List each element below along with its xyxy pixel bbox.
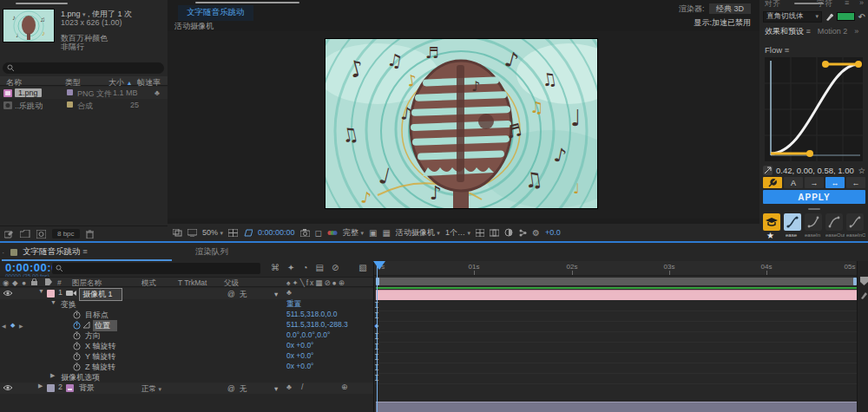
exposure-value[interactable]: +0.0 [545, 228, 561, 237]
background-layer-bar[interactable] [376, 402, 865, 412]
label-color-swatch[interactable] [67, 89, 73, 95]
panel-menu-icon[interactable]: ≡ [82, 246, 88, 256]
favorite-star-icon[interactable]: ☆ [858, 166, 865, 175]
motion-blur-icon[interactable]: ⊘ [332, 263, 339, 272]
row-name[interactable]: 1.png [15, 88, 42, 97]
expand-icon[interactable]: ▼ [38, 288, 44, 294]
tab-overflow-icon[interactable]: » [854, 27, 858, 36]
always-preview-icon[interactable] [173, 229, 182, 237]
bezier-values[interactable]: 0.42, 0.00, 0.58, 1.00 [776, 166, 854, 175]
interpret-footage-icon[interactable]: ♣ [155, 88, 160, 97]
show-snapshot-icon[interactable]: ◻ [315, 228, 322, 238]
flow-ease-out-button[interactable]: → [805, 177, 824, 188]
camera-layer-bar[interactable] [376, 290, 865, 300]
footage-thumbnail[interactable]: ♪ ♫ ♩ ♪ [3, 9, 55, 43]
expand-icon[interactable]: ▶ [38, 383, 43, 389]
preset-ease-out[interactable] [825, 213, 843, 231]
blend-mode-select[interactable]: 正常 ▾ [141, 384, 161, 395]
delete-icon[interactable] [86, 230, 94, 239]
panel-grip[interactable] [16, 3, 68, 4]
favorites-filter-icon[interactable]: ★ [766, 231, 774, 240]
project-search-input[interactable] [3, 62, 164, 74]
stopwatch-icon[interactable] [73, 342, 81, 350]
graph-editor-icon[interactable]: ▧ [358, 263, 366, 272]
interpret-footage-button[interactable] [4, 230, 14, 239]
expand-icon[interactable]: ▶ [50, 372, 55, 379]
panel-menu-icon[interactable]: ≡ [785, 45, 790, 55]
keyframe-next-icon[interactable]: ▶ [19, 323, 23, 329]
eye-icon[interactable] [3, 384, 13, 391]
layer-label-swatch[interactable] [47, 290, 55, 298]
fill-color-swatch[interactable] [837, 12, 855, 21]
tab-timeline-comp[interactable]: 文字随音乐跳动 ≡ [23, 246, 88, 258]
project-row-png[interactable]: 1.png PNG 文件 1.1 MB ♣ [0, 87, 168, 99]
panel-close-icon[interactable]: · [2, 248, 4, 258]
property-value[interactable]: 511.5,318.0,0.0 [286, 310, 337, 318]
tab-character[interactable]: 字符 [817, 0, 832, 8]
layer-label-swatch[interactable] [47, 384, 55, 392]
motion-blur-switch-icon[interactable]: ⊕ [341, 383, 348, 391]
current-time-button[interactable]: 0:00:00:00 [258, 228, 295, 237]
project-row-comp[interactable]: ..乐跳动 合成 25 [0, 99, 168, 111]
tab-align[interactable]: 对齐 [765, 0, 780, 8]
trkmat-column[interactable]: T TrkMat [178, 278, 207, 287]
draft-quality-icon[interactable]: / [301, 383, 304, 391]
exposure-reset-icon[interactable]: ⚙ [532, 228, 540, 238]
view-select[interactable]: 活动摄像机 ▾ [396, 227, 440, 239]
fast-previews-icon[interactable] [504, 228, 513, 237]
mask-visibility-icon[interactable] [243, 229, 253, 237]
view-layout-select[interactable]: 1个… ▾ [445, 227, 470, 239]
keyframe-prev-icon[interactable]: ◀ [2, 323, 6, 329]
stopwatch-active-icon[interactable] [73, 321, 81, 330]
frame-blending-icon[interactable]: ▤ [315, 263, 323, 272]
monitor-icon[interactable] [187, 229, 197, 237]
hide-shy-layers-icon[interactable]: ◔ [302, 263, 307, 272]
property-value[interactable]: 0x +0.0° [286, 362, 314, 370]
timeline-button-icon[interactable] [518, 229, 527, 237]
layer-name[interactable]: 背景 [79, 383, 95, 394]
snapshot-icon[interactable] [300, 229, 310, 237]
property-value[interactable]: 0x +0.0° [286, 341, 314, 350]
comp-marker-bin-icon[interactable] [860, 277, 868, 285]
graph-toggle-icon[interactable] [82, 321, 90, 329]
panel-grip[interactable] [195, 2, 299, 3]
panel-grip[interactable] [808, 208, 820, 210]
tab-overflow-icon[interactable]: » [859, 0, 864, 7]
flow-curve-editor[interactable] [765, 57, 863, 161]
time-ruler[interactable]: 0s 01s 02s 03s 04s 05s [374, 261, 857, 276]
transparency-grid-icon[interactable]: ▦ [382, 228, 390, 238]
stopwatch-icon[interactable] [73, 363, 81, 371]
apply-button[interactable]: APPLY [763, 190, 865, 204]
quality-switch-icon[interactable]: ♣ [286, 383, 292, 391]
font-family-select[interactable]: 直角切线体▾ [763, 11, 822, 23]
tab-render-queue[interactable]: 渲染队列 [195, 246, 228, 258]
layer-row-background[interactable]: ▶ 2 背景 正常 ▾ @ 无 ▾ ♣ / ⊕ [0, 383, 373, 394]
flow-ease-both-button[interactable]: ↔ [825, 177, 845, 188]
flow-wrench-button[interactable] [763, 177, 782, 188]
swap-colors-icon[interactable]: ↶ [858, 12, 865, 22]
tab-motion2[interactable]: Motion 2 [818, 27, 848, 36]
bit-depth-button[interactable]: 8 bpc [52, 229, 80, 239]
preset-ease[interactable] [784, 213, 801, 231]
draft3d-icon[interactable]: ✦ [287, 263, 294, 272]
property-value[interactable]: 511.5,318.0,-288.3 [286, 320, 348, 329]
new-composition-button[interactable] [36, 230, 46, 239]
preset-ease-in[interactable] [805, 213, 822, 231]
layer-row-camera[interactable]: ▼ 1 摄像机 1 @ 无 ▾ ♣ [0, 288, 373, 299]
chevron-down-icon[interactable]: ▾ [82, 11, 86, 17]
tab-composition[interactable]: 文字随音乐跳动 [178, 5, 253, 21]
flow-library-button[interactable] [763, 213, 780, 231]
timeline-search-input[interactable] [52, 263, 260, 274]
quality-switch-icon[interactable]: ♣ [286, 288, 292, 297]
brush-icon[interactable] [860, 291, 868, 299]
resolution-select[interactable]: 完整 ▾ [343, 227, 364, 239]
flow-text-button[interactable]: A [784, 177, 803, 188]
magnification-select[interactable]: 50% ▾ [202, 228, 223, 237]
stopwatch-icon[interactable] [73, 331, 81, 340]
flow-ease-in-button[interactable]: ← [846, 177, 865, 188]
preset-ease-in-out[interactable] [846, 213, 864, 231]
pixel-aspect-icon[interactable] [490, 229, 499, 237]
stopwatch-icon[interactable] [73, 352, 81, 361]
flow-graph-icon[interactable] [763, 166, 773, 175]
timeline-track-area[interactable]: 0s 01s 02s 03s 04s 05s I I ◆ I [373, 261, 868, 412]
